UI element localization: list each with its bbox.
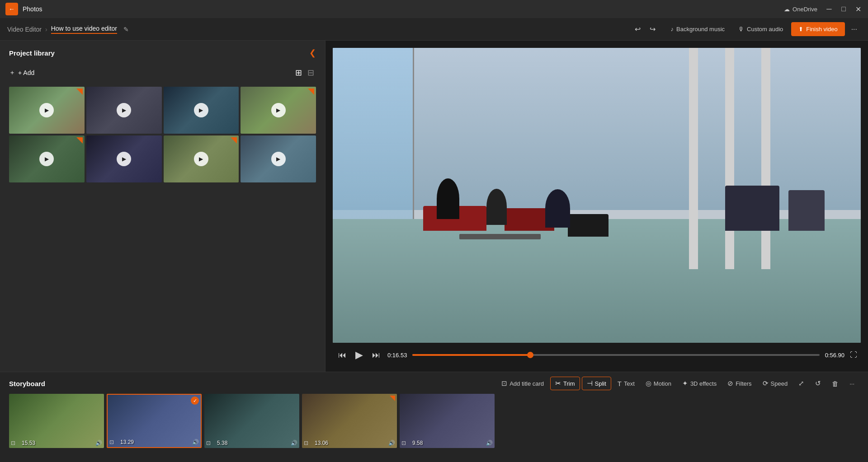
media-item[interactable]: ▶	[164, 87, 239, 134]
rewind-button[interactable]: ⏮	[336, 349, 348, 362]
list-view-button[interactable]: ⊟	[306, 66, 316, 79]
grid-view-button[interactable]: ⊞	[293, 66, 304, 79]
export-icon: ⬆	[798, 26, 803, 33]
timeline-clip[interactable]: ⊡ 13.06 🔊	[302, 394, 397, 448]
speed-button[interactable]: ⟳ Speed	[758, 377, 793, 390]
close-button[interactable]: ✕	[854, 5, 863, 14]
minimize-button[interactable]: ─	[825, 5, 834, 14]
preview-scene	[333, 48, 861, 343]
play-button[interactable]: ▶	[194, 152, 208, 166]
video-controls: ⏮ ▶ ⏭ 0:16.53 0:56.90 ⛶	[333, 343, 861, 364]
nav-left: Video Editor › How to use video editor ✎	[7, 25, 129, 34]
timeline-clip[interactable]: ⊡ 9.58 🔊	[400, 394, 495, 448]
project-library-panel: Project library ❮ ＋ + Add ⊞ ⊟ ▶ ▶ ▶	[0, 41, 326, 372]
play-button[interactable]: ▶	[39, 103, 54, 117]
storyboard-actions: ⊡ Add title card ✂ Trim ⊣ Split T Text ◎…	[497, 377, 859, 390]
breadcrumb-video-editor[interactable]: Video Editor	[7, 26, 42, 33]
collapse-panel-button[interactable]: ❮	[309, 48, 316, 58]
maximize-button[interactable]: □	[839, 5, 848, 14]
timeline-clip[interactable]: ⊡ 15.53 🔊	[9, 394, 104, 448]
media-item[interactable]: ▶	[164, 135, 239, 182]
play-button[interactable]: ▶	[271, 152, 286, 166]
preview-person-right-2	[788, 190, 825, 231]
storyboard-more-button[interactable]: ···	[845, 378, 859, 389]
clip-video-icon: ⊡	[401, 440, 406, 446]
progress-bar[interactable]	[412, 354, 819, 356]
split-button[interactable]: ⊣ Split	[582, 377, 611, 390]
add-media-button[interactable]: ＋ + Add	[9, 69, 34, 77]
library-toolbar: ＋ + Add ⊞ ⊟	[0, 62, 325, 83]
main-content: Project library ❮ ＋ + Add ⊞ ⊟ ▶ ▶ ▶	[0, 41, 868, 372]
timeline-clip-selected[interactable]: ✓ ⊡ 13.29 🔊	[107, 394, 202, 448]
storyboard-title: Storyboard	[9, 380, 45, 387]
3d-effects-button[interactable]: ✦ 3D effects	[678, 377, 721, 390]
app-title: Photos	[23, 5, 42, 13]
play-button[interactable]: ▶	[271, 103, 286, 117]
motion-button[interactable]: ◎ Motion	[641, 377, 676, 390]
finish-video-button[interactable]: ⬆ Finish video	[791, 22, 844, 36]
edit-title-icon[interactable]: ✎	[123, 26, 129, 33]
custom-audio-button[interactable]: 🎙 Custom audio	[733, 23, 788, 35]
play-button[interactable]: ▶	[194, 103, 208, 117]
view-toggle: ⊞ ⊟	[293, 66, 316, 79]
preview-column-2	[725, 48, 734, 269]
preview-table	[459, 234, 541, 239]
add-title-card-button[interactable]: ⊡ Add title card	[497, 377, 548, 390]
project-title: How to use video editor	[51, 25, 117, 34]
undo-button[interactable]: ↩	[631, 23, 644, 35]
progress-thumb	[527, 352, 533, 358]
audio-sync-button[interactable]: ↺	[811, 377, 826, 390]
title-bar-left: ← Photos	[5, 3, 42, 15]
media-item[interactable]: ▶	[9, 135, 85, 182]
back-button[interactable]: ←	[5, 3, 18, 15]
video-preview	[333, 48, 861, 343]
clip-audio-icon: 🔊	[192, 439, 199, 445]
breadcrumb-separator: ›	[45, 26, 47, 33]
plus-icon: ＋	[9, 69, 15, 77]
clip-duration: 13.06	[315, 440, 328, 446]
media-item[interactable]: ▶	[241, 87, 316, 134]
clip-duration: 13.29	[120, 439, 134, 445]
undo-redo-group: ↩ ↪	[631, 23, 659, 35]
media-item[interactable]: ▶	[9, 87, 85, 134]
media-item[interactable]: ▶	[86, 87, 162, 134]
clip-audio-icon: 🔊	[486, 440, 493, 446]
storyboard-timeline: ⊡ 15.53 🔊 ✓ ⊡ 13.29 🔊 ⊡ 5.38 🔊 ⊡ 13.06 🔊…	[0, 394, 868, 453]
onedrive-label: ☁ OneDrive	[784, 6, 817, 13]
play-button[interactable]: ▶	[117, 103, 131, 117]
media-grid: ▶ ▶ ▶ ▶ ▶ ▶ ▶	[0, 83, 325, 186]
selected-checkmark: ✓	[191, 397, 199, 405]
clip-duration: 9.58	[412, 440, 423, 446]
media-item[interactable]: ▶	[86, 135, 162, 182]
preview-column-1	[761, 48, 770, 269]
trim-button[interactable]: ✂ Trim	[550, 377, 580, 390]
text-button[interactable]: T Text	[613, 378, 639, 390]
clip-video-icon: ⊡	[11, 440, 15, 446]
delete-clip-button[interactable]: 🗑	[827, 378, 843, 390]
panel-title: Project library	[9, 49, 55, 57]
clip-duration: 5.38	[217, 440, 227, 446]
background-music-button[interactable]: ♪ Background music	[665, 23, 730, 35]
filters-button[interactable]: ⊘ Filters	[723, 377, 756, 390]
preview-chair-dark	[568, 214, 609, 237]
music-icon: ♪	[671, 26, 674, 33]
play-button[interactable]: ▶	[117, 152, 131, 166]
filter-icon: ⊘	[727, 379, 733, 387]
forward-button[interactable]: ⏭	[370, 349, 382, 362]
progress-fill	[412, 354, 530, 356]
title-card-icon: ⊡	[501, 379, 507, 387]
preview-floor	[333, 219, 861, 343]
play-pause-button[interactable]: ▶	[354, 347, 365, 363]
play-button[interactable]: ▶	[39, 152, 54, 166]
redo-button[interactable]: ↪	[646, 23, 659, 35]
resize-button[interactable]: ⤢	[794, 377, 809, 390]
nav-more-button[interactable]: ···	[848, 23, 861, 35]
clip-video-icon: ⊡	[109, 439, 114, 445]
media-item[interactable]: ▶	[241, 135, 316, 182]
fullscreen-button[interactable]: ⛶	[850, 351, 857, 359]
delete-icon: 🗑	[832, 380, 839, 387]
clip-video-icon: ⊡	[206, 440, 211, 446]
title-bar: ← Photos ☁ OneDrive ─ □ ✕	[0, 0, 868, 18]
timeline-clip[interactable]: ⊡ 5.38 🔊	[204, 394, 299, 448]
clip-audio-icon: 🔊	[291, 440, 297, 446]
